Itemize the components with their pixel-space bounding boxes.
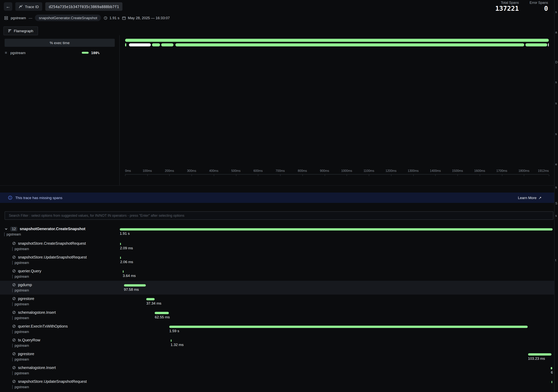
span-row[interactable]: querier.Query pgstream 3.64 ms bbox=[0, 267, 558, 281]
axis-tick-label: 300ms bbox=[187, 169, 196, 173]
trace-id-chip: Trace ID bbox=[15, 2, 42, 11]
span-row[interactable]: pgrestore pgstream 37.34 ms bbox=[0, 295, 558, 308]
trace-detail-page: ← Trace ID d254a735e1b347f035c3869a888bb… bbox=[0, 0, 558, 392]
span-info: pgrestore pgstream bbox=[0, 295, 120, 308]
span-info: snapshotStore.UpdateSnapshotRequest pgst… bbox=[0, 377, 120, 391]
child-count-badge: 12 bbox=[10, 227, 17, 231]
span-duration-label: 6 bbox=[551, 370, 553, 374]
span-service-label: pgstream bbox=[12, 330, 29, 334]
span-duration-label: 1.91 s bbox=[120, 231, 130, 236]
span-duration-bar[interactable] bbox=[169, 326, 528, 328]
timeline-axis-line bbox=[125, 174, 549, 176]
axis-tick-label: 600ms bbox=[253, 169, 263, 173]
flame-span-bar[interactable] bbox=[548, 43, 549, 46]
span-info: snapshotStore.CreateSnapshotRequest pgst… bbox=[0, 239, 120, 253]
service-name: pgstream bbox=[11, 16, 26, 20]
flame-span-bar[interactable] bbox=[152, 43, 160, 46]
search-filter bbox=[5, 211, 553, 220]
learn-more-link[interactable]: Learn More ↗ bbox=[518, 196, 550, 200]
trace-duration-value: 1.91 s bbox=[109, 16, 119, 20]
span-service-label: pgstream bbox=[12, 247, 29, 251]
span-duration-label: 37.34 ms bbox=[146, 301, 161, 305]
axis-tick-label: 500ms bbox=[231, 169, 240, 173]
flamegraph-icon bbox=[8, 29, 11, 33]
span-row[interactable]: schemalogstore.Insert pgstream 6 bbox=[0, 364, 558, 377]
span-service-label: pgstream bbox=[12, 289, 29, 292]
waterfall-rows: 12 snapshotGenerator.CreateSnapshot pgst… bbox=[0, 225, 558, 391]
legend-bullet-icon bbox=[5, 52, 7, 54]
span-duration-label: 62.55 ms bbox=[155, 315, 170, 319]
span-name: snapshotStore.CreateSnapshotRequest bbox=[18, 241, 86, 246]
span-name: snapshotGenerator.CreateSnapshot bbox=[20, 227, 85, 231]
span-duration-bar[interactable] bbox=[171, 340, 171, 342]
total-spans-stat: Total Spans 137221 bbox=[495, 1, 519, 12]
span-row[interactable]: pgdump pgstream 97.58 ms bbox=[0, 281, 558, 295]
span-duration-bar[interactable] bbox=[120, 243, 121, 245]
span-name: schemalogstore.Insert bbox=[18, 366, 56, 370]
span-track: 1.59 s bbox=[120, 322, 553, 336]
span-duration-label: 1.59 s bbox=[169, 329, 179, 333]
flame-span-bar[interactable] bbox=[125, 39, 549, 42]
flame-span-bar[interactable] bbox=[175, 43, 524, 46]
exec-time-header: % exec time bbox=[5, 39, 115, 47]
axis-tick-label: 1600ms bbox=[474, 169, 485, 173]
span-duration-bar[interactable] bbox=[155, 312, 169, 314]
legend-row-pgstream[interactable]: pgstream 100% bbox=[0, 51, 119, 55]
span-icon bbox=[12, 311, 16, 314]
flamegraph-left-panel: % exec time pgstream 100% bbox=[0, 35, 120, 185]
chevron-down-icon[interactable] bbox=[4, 227, 8, 231]
span-duration-bar[interactable] bbox=[146, 298, 155, 300]
clipped-text: S bbox=[555, 202, 558, 205]
span-service-label: pgstream bbox=[12, 275, 29, 279]
span-duration-bar[interactable] bbox=[120, 228, 553, 230]
flame-span-bar[interactable] bbox=[526, 43, 547, 46]
span-row[interactable]: snapshotStore.CreateSnapshotRequest pgst… bbox=[0, 239, 558, 253]
axis-tick-label: 1300ms bbox=[408, 169, 419, 173]
span-row[interactable]: pgrestore pgstream 103.23 ms bbox=[0, 350, 558, 364]
collapsed-panel-strip[interactable]: saDsssesSst bbox=[554, 0, 558, 392]
flame-span-bar[interactable] bbox=[129, 43, 151, 46]
axis-tick-label: 700ms bbox=[276, 169, 285, 173]
axis-tick-label: 1400ms bbox=[430, 169, 441, 173]
flame-span-bar[interactable] bbox=[125, 43, 126, 46]
trace-icon bbox=[19, 5, 23, 9]
span-row[interactable]: schemalogstore.Insert pgstream 62.55 ms bbox=[0, 308, 558, 322]
error-spans-label: Error Spans bbox=[530, 1, 548, 5]
trace-summary-bar: pgstream — snapshotGenerator.CreateSnaps… bbox=[0, 13, 558, 23]
legend-service-name: pgstream bbox=[10, 51, 26, 55]
back-button[interactable]: ← bbox=[4, 2, 12, 11]
back-arrow-icon: ← bbox=[6, 4, 10, 9]
span-duration-label: 1.32 ms bbox=[171, 342, 184, 347]
span-track: 97.58 ms bbox=[120, 281, 553, 295]
axis-tick-label: 100ms bbox=[143, 169, 152, 173]
span-duration-bar[interactable] bbox=[120, 257, 121, 259]
axis-tick-label: 1800ms bbox=[518, 169, 529, 173]
span-track bbox=[120, 377, 553, 391]
calendar-icon bbox=[122, 16, 126, 20]
span-row[interactable]: snapshotStore.UpdateSnapshotRequest pgst… bbox=[0, 377, 558, 391]
root-span-pill[interactable]: snapshotGenerator.CreateSnapshot bbox=[35, 15, 101, 21]
root-span-row[interactable]: 12 snapshotGenerator.CreateSnapshot pgst… bbox=[0, 225, 558, 239]
span-row[interactable]: snapshotStore.UpdateSnapshotRequest pgst… bbox=[0, 253, 558, 267]
span-info: schemalogstore.Insert pgstream bbox=[0, 364, 120, 377]
span-row[interactable]: tx.QueryRow pgstream 1.32 ms bbox=[0, 336, 558, 350]
span-duration-bar[interactable] bbox=[551, 381, 552, 383]
search-filter-input[interactable] bbox=[9, 214, 549, 217]
span-info: schemalogstore.Insert pgstream bbox=[0, 308, 120, 322]
span-row[interactable]: querier.ExecInTxWithOptions pgstream 1.5… bbox=[0, 322, 558, 336]
span-duration-bar[interactable] bbox=[528, 353, 551, 356]
span-service-label: pgstream bbox=[12, 261, 29, 265]
header: ← Trace ID d254a735e1b347f035c3869a888bb… bbox=[0, 0, 558, 13]
info-icon bbox=[8, 196, 12, 200]
flame-span-bar[interactable] bbox=[161, 43, 174, 46]
span-duration-bar[interactable] bbox=[123, 270, 123, 273]
span-duration-bar[interactable] bbox=[551, 367, 552, 369]
span-duration-bar[interactable] bbox=[124, 284, 146, 287]
span-info: pgrestore pgstream bbox=[0, 350, 120, 364]
tab-flamegraph[interactable]: Flamegraph bbox=[3, 26, 38, 35]
span-info: querier.ExecInTxWithOptions pgstream bbox=[0, 322, 120, 336]
legend-percent: 100% bbox=[91, 51, 99, 55]
trace-id-value[interactable]: d254a735e1b347f035c3869a888bb7f1 bbox=[45, 2, 122, 11]
span-icon bbox=[12, 324, 16, 328]
clipped-text: s bbox=[555, 10, 557, 14]
